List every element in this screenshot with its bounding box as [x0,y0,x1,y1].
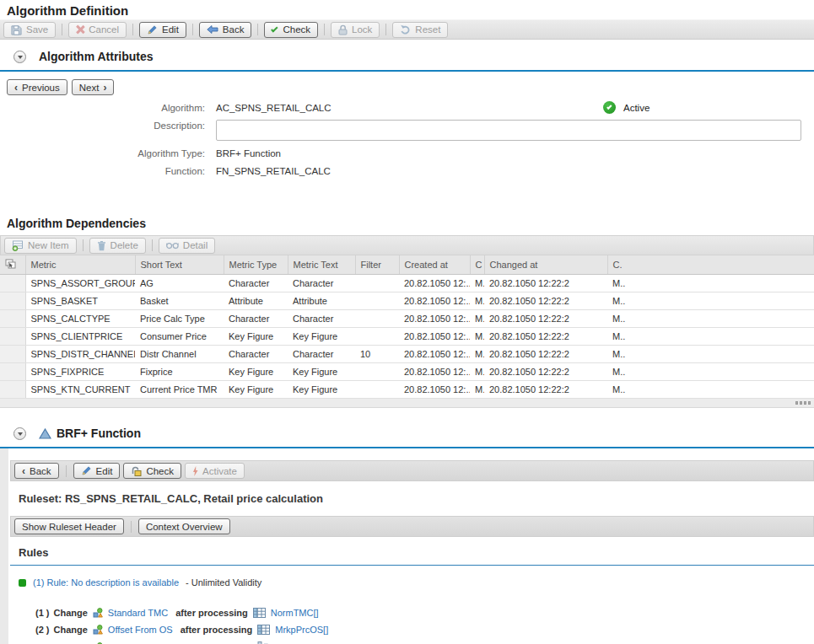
dependencies-toolbar: New Item Delete Detail [0,235,814,255]
step-action: Change [54,625,88,635]
brf-activate-button[interactable]: Activate [185,463,245,479]
description-field-row: Description: [7,120,814,141]
edit-button[interactable]: Edit [139,22,186,38]
section-title: BRF+ Function [57,427,141,440]
chevron-left-icon: ‹ [22,465,25,477]
collapse-icon[interactable] [13,51,26,63]
brf-function-header: BRF+ Function [0,416,814,448]
column-header-short-text[interactable]: Short Text [135,255,224,275]
brf-toolbar: ‹ Back Edit Check Activate [10,460,814,481]
toolbar-separator [257,24,258,35]
column-header-c2[interactable]: C. [607,255,814,275]
brf-edit-button[interactable]: Edit [73,463,121,479]
column-header-metric[interactable]: Metric [25,255,135,275]
algorithm-label: Algorithm: [7,102,216,113]
toolbar-separator [83,239,84,251]
lock-icon [338,24,348,35]
check-icon [271,25,278,32]
table-row[interactable]: SPNS_KTN_CURRENT Current Price TMR Key F… [0,381,814,399]
context-overview-button[interactable]: Context Overview [138,518,230,534]
reset-button[interactable]: Reset [392,22,448,38]
rule-validity-text: - Unlimited Validity [186,577,261,588]
save-button[interactable]: Save [3,22,56,38]
section-title: Algorithm Attributes [39,50,154,63]
column-header-metric-text[interactable]: Metric Text [288,255,355,275]
toolbar-separator [62,24,62,35]
step-processor-link[interactable]: MrkpPrcOS[] [275,625,328,635]
section-algorithm-attributes: Algorithm Attributes ‹ Previous Next › A… [0,40,814,198]
cancel-button[interactable]: Cancel [68,22,127,38]
toolbar-separator [324,24,325,35]
brf-check-icon [131,466,142,476]
check-button[interactable]: Check [264,22,318,38]
column-header-c[interactable]: C [470,255,484,275]
toolbar-separator [192,24,193,35]
edit-icon [147,24,158,35]
function-field-row: Function: FN_SPNS_RETAIL_CALC [7,165,814,176]
table-row[interactable]: SPNS_DISTR_CHANNEL Distr Channel Charact… [0,346,814,363]
algorithm-type-label: Algorithm Type: [7,148,216,158]
step-target-link[interactable]: Offset From OS [108,625,173,635]
save-icon [11,24,22,35]
table-row[interactable]: SPNS_BASKET Basket Attribute Attribute 2… [0,292,814,310]
delete-icon [97,240,106,251]
column-header-created-at[interactable]: Created at [399,255,470,275]
table-row[interactable]: SPNS_FIXPRICE Fixprice Key Figure Key Fi… [0,363,814,381]
rule-status-line: (1) Rule: No description is available - … [19,577,814,588]
data-object-icon [93,608,103,618]
toolbar-separator [385,24,386,35]
function-label: Function: [7,165,216,176]
delete-button[interactable]: Delete [89,238,146,254]
resize-grip-icon[interactable] [795,401,811,405]
rule-step: (1 ) Change Standard TMC after processin… [35,608,814,618]
next-button[interactable]: Next › [72,79,115,95]
algorithm-value: AC_SPNS_RETAIL_CALC [216,102,332,113]
rule-link[interactable]: (1) Rule: No description is available [33,577,179,588]
algorithm-type-value: BRF+ Function [216,148,281,158]
rule-step: (2 ) Change Offset From OS after process… [35,625,814,635]
new-item-icon [12,240,24,251]
column-header-changed-at[interactable]: Changed at [484,255,607,275]
rules-title: Rules [19,546,48,559]
ruleset-title: Ruleset: RS_SPNS_RETAIL_CALC, Retail pri… [19,492,814,505]
table-row[interactable]: SPNS_CLIENTPRICE Consumer Price Key Figu… [0,328,814,346]
back-icon [207,24,218,35]
detail-button[interactable]: Detail [159,238,215,254]
activate-icon [192,466,198,476]
brf-back-button[interactable]: ‹ Back [14,463,59,479]
toolbar-separator [131,521,132,533]
status-text: Active [623,103,650,113]
algorithm-field-row: Algorithm: AC_SPNS_RETAIL_CALC Active [7,102,814,113]
brf-check-button[interactable]: Check [123,463,181,479]
step-processor-link[interactable]: NormTMC[] [271,608,319,618]
column-header-filter[interactable]: Filter [355,255,399,275]
previous-button[interactable]: ‹ Previous [7,79,67,95]
lock-button[interactable]: Lock [331,22,380,38]
decision-table-icon [257,625,270,635]
step-number: (1 ) [35,608,50,618]
step-target-link[interactable]: Standard TMC [108,608,168,618]
toolbar-separator [152,239,153,251]
column-header-metric-type[interactable]: Metric Type [224,255,288,275]
new-item-button[interactable]: New Item [4,238,77,254]
show-ruleset-header-button[interactable]: Show Ruleset Header [14,518,124,534]
collapse-icon[interactable] [13,427,26,440]
rule-status-icon [19,579,26,587]
select-all-cell[interactable] [0,255,25,275]
table-row[interactable]: SPNS_ASSORT_GROUP AG Character Character… [0,275,814,292]
decision-table-icon [253,608,266,618]
description-input[interactable] [216,120,801,141]
dependencies-title: Algorithm Dependencies [7,217,814,230]
table-row[interactable]: SPNS_CALCTYPE Price Calc Type Character … [0,310,814,328]
algorithm-attributes-content: ‹ Previous Next › Algorithm: AC_SPNS_RET… [0,72,814,198]
data-object-icon [93,625,103,635]
reset-icon [400,24,411,35]
ruleset-button-row: Show Ruleset Header Context Overview [10,516,814,537]
section-brf-function: BRF+ Function ‹ Back Edit Check Activate… [0,416,814,644]
back-button[interactable]: Back [199,22,252,38]
description-label: Description: [7,120,216,131]
dependencies-table: Metric Short Text Metric Type Metric Tex… [0,255,814,399]
page-title: Algorithm Definition [7,3,807,18]
section-algorithm-dependencies: Algorithm Dependencies New Item Delete D… [0,217,814,408]
rules-header: Rules [10,545,814,566]
